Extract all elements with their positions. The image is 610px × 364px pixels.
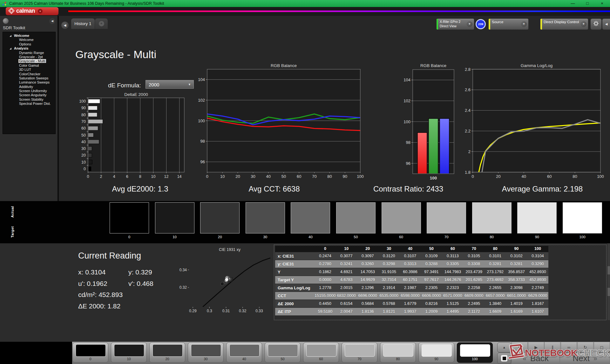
svg-text:6: 6	[126, 174, 128, 179]
grayscale-swatch-label: 20	[200, 235, 240, 239]
sidebar-item-3d-lut[interactable]: 3D LUT	[3, 68, 55, 72]
svg-text:1.8: 1.8	[465, 170, 471, 175]
sidebar-item-luminance-sweeps[interactable]: Luminance Sweeps	[3, 80, 55, 84]
summary-stat: Avg CCT: 6638	[207, 185, 341, 195]
sidebar-item-screen-stability[interactable]: Screen Stability	[3, 98, 55, 102]
svg-text:50: 50	[81, 133, 86, 138]
sidebar-item-colorchecker[interactable]: ColorChecker	[3, 72, 55, 76]
add-tab-button[interactable]: +	[95, 18, 108, 29]
svg-text:100: 100	[79, 99, 86, 104]
scrollbar[interactable]	[607, 243, 610, 320]
meter-count-badge: 239	[476, 19, 486, 29]
table-cell: 2.1987	[400, 284, 421, 292]
pattern-up-button[interactable]: ▲	[497, 342, 511, 353]
sidebar-item-saturation-sweeps[interactable]: Saturation Sweeps	[3, 76, 55, 80]
calman-menu-button[interactable]: calman ▼	[6, 7, 58, 15]
table-cell: 1.4495	[442, 308, 463, 315]
table-cell: 15155.0000	[315, 292, 336, 300]
table-cell: 0.3288	[421, 260, 442, 268]
svg-text:2.2: 2.2	[465, 129, 471, 133]
table-cell: 2.2258	[463, 284, 485, 292]
table-cell: 0.3101	[485, 252, 506, 260]
grayscale-patch-button-70[interactable]: 70	[342, 342, 377, 363]
transport-button-3[interactable]: ∞	[561, 342, 577, 353]
grayscale-patch-button-60[interactable]: 60	[303, 342, 339, 363]
table-cell: 358.3733	[506, 276, 527, 284]
sidebar-group-welcome[interactable]: Welcome	[3, 34, 55, 38]
grayscale-patch-button-50[interactable]: 50	[265, 342, 301, 363]
table-cell: 0.2474	[315, 252, 336, 260]
table-cell: 0.6154	[336, 300, 357, 307]
pattern-window-button[interactable]	[497, 353, 511, 364]
sidebar-item-dynamic-range[interactable]: Dynamic Range	[3, 51, 55, 55]
table-row-label: x: CIE31	[275, 252, 315, 260]
chevrons-left-icon: «	[523, 354, 526, 362]
table-row: Target Y0.00004.678314.992932.731460.175…	[275, 276, 548, 284]
close-icon[interactable]: ×	[595, 0, 609, 7]
tab-history[interactable]: History 1	[71, 18, 95, 29]
sidebar-item-additivity[interactable]: Additivity	[3, 85, 55, 89]
grayscale-swatch-30	[246, 202, 285, 233]
grayscale-patch-button-10[interactable]: 10	[111, 342, 147, 363]
measurement-table-container: 0102030405060708090100x: CIE310.24740.30…	[274, 245, 607, 320]
table-cell: 0.3281	[485, 260, 506, 268]
svg-text:60: 60	[547, 174, 552, 179]
table-col-header: 100	[527, 246, 548, 252]
grayscale-patch-button-80[interactable]: 80	[380, 342, 416, 363]
rainbow-gradient-strip	[68, 10, 610, 12]
table-corner-cell	[275, 246, 315, 252]
table-cell: 0.1862	[315, 268, 336, 276]
grayscale-patch-button-30[interactable]: 30	[188, 342, 224, 363]
settings-button[interactable]	[590, 18, 602, 30]
reading-value: ΔE 2000: 1.82	[78, 302, 128, 310]
patch-label: 60	[303, 357, 339, 361]
svg-text:0: 0	[84, 167, 86, 171]
meter-status-bar	[437, 19, 438, 30]
minimize-icon[interactable]: —	[566, 0, 580, 7]
sidebar-item-welcome[interactable]: Welcome	[3, 38, 55, 42]
sidebar-collapse-icon[interactable]: ◀	[49, 18, 55, 24]
table-row-label: Target Y	[275, 276, 315, 284]
source-dropdown[interactable]: Source ▼	[488, 18, 529, 30]
sidebar-item-screen-angularity[interactable]: Screen Angularity	[3, 93, 55, 97]
transport-button-2[interactable]: ∥	[544, 342, 560, 353]
next-button[interactable]: Next »	[560, 353, 610, 364]
grayscale-patch-button-40[interactable]: 40	[226, 342, 262, 363]
tab-collapse-icon[interactable]: ◀	[61, 22, 69, 29]
sidebar-item-grayscale-2pt[interactable]: Grayscale - 2pt	[3, 55, 55, 59]
back-button[interactable]: « Back	[512, 353, 560, 364]
meter-dropdown[interactable]: X-Rite i1Pro 2 Direct View ▼	[436, 18, 474, 30]
sidebar-item-screen-uniformity[interactable]: Screen Uniformity	[3, 89, 55, 93]
display-control-dropdown[interactable]: Direct Display Control ▼	[540, 18, 588, 30]
brand-bar: calman ▼	[0, 7, 610, 16]
grayscale-patch-button-0[interactable]: 0	[72, 342, 108, 363]
transport-button-5[interactable]: ◻	[594, 342, 610, 353]
sidebar-group-analysis[interactable]: Analysis	[3, 46, 55, 51]
grayscale-patch-button-20[interactable]: 20	[149, 342, 185, 363]
sidebar-item-spectral-power-dist[interactable]: Spectral Power Dist.	[3, 102, 55, 106]
maximize-icon[interactable]: □	[580, 0, 595, 7]
svg-text:RGB Balance: RGB Balance	[271, 63, 297, 68]
titlebar: Calman 2025 Calman Ultimate for Business…	[0, 0, 610, 7]
grayscale-swatch-label: 10	[155, 235, 194, 239]
table-cell: 6696.0000	[357, 292, 378, 300]
sidebar-item-color-gamut[interactable]: Color Gamut	[3, 64, 55, 68]
reading-value: cd/m²: 452.893	[78, 291, 128, 299]
svg-text:80: 80	[573, 174, 577, 179]
chevron-down-icon[interactable]: ▼	[38, 9, 43, 14]
sidebar-item-grayscale-multi[interactable]: Grayscale - Multi	[3, 59, 55, 63]
table-cell: 6651.0000	[506, 292, 527, 300]
svg-text:4: 4	[113, 174, 115, 179]
grayscale-patch-button-100[interactable]: 100	[457, 342, 493, 363]
grayscale-patch-button-90[interactable]: 90	[418, 342, 454, 363]
reading-value: u': 0.1962	[78, 280, 128, 287]
transport-button-4[interactable]: ↻	[577, 342, 593, 353]
transport-button-0[interactable]: ■	[512, 342, 528, 353]
de-formula-select[interactable]: 2000 ▼	[146, 80, 194, 89]
sidebar-item-options[interactable]: Options	[3, 42, 55, 46]
table-cell: 201.6285	[463, 276, 485, 284]
table-cell: 60.3986	[400, 268, 421, 276]
sidebar-dot-button[interactable]	[3, 18, 9, 24]
transport-button-1[interactable]: ▶	[528, 342, 544, 353]
panel-collapse-icon[interactable]: ◀	[602, 18, 610, 30]
